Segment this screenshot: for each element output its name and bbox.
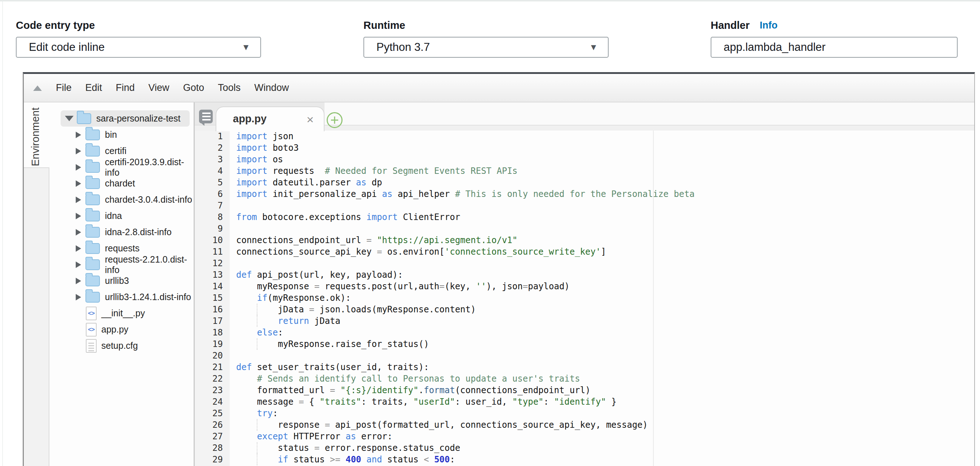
tree-item-idna[interactable]: idna	[49, 208, 194, 224]
python-file-icon: <>	[86, 307, 97, 320]
code-content[interactable]: 1import json2import boto33import os4impo…	[195, 130, 974, 466]
line-number: 16	[195, 304, 230, 315]
tree-item-urllib3[interactable]: urllib3	[49, 273, 194, 289]
code-entry-type-select[interactable]: Edit code inline ▼	[16, 37, 261, 58]
line-number: 19	[195, 338, 230, 350]
menu-item-edit[interactable]: Edit	[79, 82, 109, 94]
line-number: 10	[195, 234, 230, 246]
code-text: import init_personalize_api as api_helpe…	[230, 188, 695, 200]
code-text: import dateutil.parser as dp	[230, 177, 382, 188]
chevron-collapsed-icon[interactable]	[76, 213, 81, 219]
tree-item-label: idna	[105, 211, 122, 221]
chevron-collapsed-icon[interactable]	[76, 245, 81, 252]
tree-item-chardet[interactable]: chardet	[49, 175, 194, 191]
line-number: 5	[195, 177, 230, 188]
line-number: 28	[195, 442, 230, 454]
collapse-editor-icon[interactable]	[33, 86, 42, 91]
folder-icon	[86, 211, 100, 221]
code-text	[230, 200, 236, 212]
line-number: 1	[195, 130, 230, 142]
tree-item-idna-2-8-dist-info[interactable]: idna-2.8.dist-info	[49, 224, 194, 240]
code-line: 29 if status >= 400 and status < 500:	[195, 454, 974, 465]
code-line: 5import dateutil.parser as dp	[195, 177, 974, 188]
code-line: 22 # Sends an identify call to Personas …	[195, 373, 974, 385]
tab-list-icon[interactable]	[199, 110, 213, 123]
line-number: 24	[195, 396, 230, 407]
code-line: 8from botocore.exceptions import ClientE…	[195, 212, 974, 223]
chevron-collapsed-icon[interactable]	[76, 132, 81, 138]
folder-icon	[86, 292, 100, 302]
indent-guide	[257, 338, 258, 350]
tree-item--init-py[interactable]: <>__init__.py	[49, 305, 194, 321]
file-tree: sara-personalize-testbincertificertifi-2…	[49, 102, 194, 466]
chevron-collapsed-icon[interactable]	[76, 164, 81, 170]
tree-item-certifi-2019-3-9-dist-info[interactable]: certifi-2019.3.9.dist-info	[49, 159, 194, 175]
chevron-collapsed-icon[interactable]	[76, 148, 81, 154]
code-text: import boto3	[230, 142, 299, 154]
menu-item-window[interactable]: Window	[247, 82, 296, 94]
code-line: 4import requests # Needed for Segment Ev…	[195, 165, 974, 177]
folder-icon	[86, 275, 100, 286]
chevron-collapsed-icon[interactable]	[76, 197, 81, 203]
folder-icon	[86, 259, 100, 270]
code-line: 1import json	[195, 130, 974, 142]
tree-item-label: idna-2.8.dist-info	[105, 227, 172, 237]
code-line: 12	[195, 258, 974, 269]
tree-item-setup-cfg[interactable]: setup.cfg	[49, 337, 194, 354]
folder-icon	[86, 243, 100, 254]
tree-item-label: certifi-2019.3.9.dist-info	[105, 157, 194, 178]
code-text: myResponse.raise_for_status()	[230, 338, 429, 350]
code-text: import json	[230, 130, 293, 142]
line-number: 25	[195, 407, 230, 419]
code-line: 20	[195, 350, 974, 361]
tree-item-label: requests	[105, 243, 140, 254]
tree-item-bin[interactable]: bin	[49, 127, 194, 143]
tree-item-app-py[interactable]: <>app.py	[49, 321, 194, 337]
code-line: 21def set_user_traits(user_id, traits):	[195, 361, 974, 373]
code-text	[230, 258, 236, 269]
tree-item-chardet-3-0-4-dist-info[interactable]: chardet-3.0.4.dist-info	[49, 191, 194, 208]
runtime-field: Runtime Python 3.7 ▼	[363, 16, 609, 58]
menu-item-goto[interactable]: Goto	[176, 82, 211, 94]
code-text: try:	[230, 407, 278, 419]
editor-menu: FileEditFindViewGotoToolsWindow	[49, 73, 296, 102]
folder-icon	[86, 178, 100, 189]
close-tab-icon[interactable]: ×	[307, 113, 314, 126]
code-entry-type-label: Code entry type	[16, 16, 261, 35]
menu-item-tools[interactable]: Tools	[211, 82, 247, 94]
handler-field: Handler Info	[711, 16, 958, 58]
tree-item-urllib3-1-24-1-dist-info[interactable]: urllib3-1.24.1.dist-info	[49, 289, 194, 305]
chevron-down-icon: ▼	[242, 42, 250, 52]
code-text: import os	[230, 154, 283, 165]
indent-guide	[257, 304, 258, 315]
handler-input[interactable]	[724, 41, 945, 54]
chevron-collapsed-icon[interactable]	[76, 278, 81, 284]
tree-item-label: bin	[105, 129, 117, 140]
tree-item-sara-personalize-test[interactable]: sara-personalize-test	[49, 110, 194, 127]
handler-info-link[interactable]: Info	[760, 20, 777, 31]
page-top-strip	[0, 0, 980, 2]
menu-item-view[interactable]: View	[142, 82, 176, 94]
indent-guide	[257, 454, 258, 465]
code-text: # Sends an identify call to Personas to …	[230, 373, 580, 385]
chevron-collapsed-icon[interactable]	[76, 294, 81, 301]
tree-item-requests-2-21-0-dist-info[interactable]: requests-2.21.0.dist-info	[49, 256, 194, 273]
chevron-collapsed-icon[interactable]	[76, 180, 81, 187]
code-line: 7	[195, 200, 974, 212]
menu-item-find[interactable]: Find	[109, 82, 142, 94]
chevron-collapsed-icon[interactable]	[76, 261, 81, 268]
tree-item-label: urllib3	[105, 275, 129, 286]
tab-app-py[interactable]: app.py ×	[216, 107, 325, 131]
chevron-collapsed-icon[interactable]	[76, 229, 81, 235]
code-entry-type-field: Code entry type Edit code inline ▼	[16, 16, 261, 58]
tab-environment[interactable]: Environment	[24, 105, 47, 169]
new-tab-button[interactable]	[327, 112, 342, 128]
chevron-down-icon: ▼	[589, 42, 598, 52]
runtime-label: Runtime	[363, 16, 609, 35]
code-text: def set_user_traits(user_id, traits):	[230, 361, 429, 373]
line-number: 3	[195, 154, 230, 165]
code-text: return jData	[230, 315, 340, 327]
runtime-select[interactable]: Python 3.7 ▼	[363, 37, 609, 58]
menu-item-file[interactable]: File	[49, 82, 79, 94]
chevron-expanded-icon[interactable]	[65, 116, 73, 121]
